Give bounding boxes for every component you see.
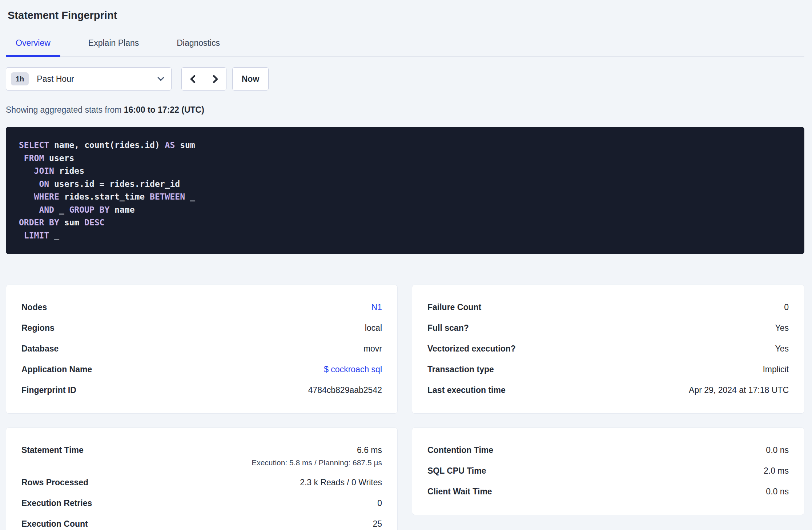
row-value: local xyxy=(365,323,382,333)
time-interval-label: Past Hour xyxy=(37,74,74,84)
time-controls: 1h Past Hour Now xyxy=(6,67,804,91)
row-value-wrap: movr xyxy=(363,343,382,355)
row-value: 2.0 ms xyxy=(764,466,789,475)
row-client-wait-time: Client Wait Time0.0 ns xyxy=(427,482,789,502)
tab-overview[interactable]: Overview xyxy=(6,38,60,56)
row-label: SQL CPU Time xyxy=(427,465,486,476)
row-statement-time: Statement Time6.6 msExecution: 5.8 ms / … xyxy=(21,440,382,473)
row-value: 0.0 ns xyxy=(766,445,789,455)
sql-keyword: ON xyxy=(39,179,49,189)
sql-text: name xyxy=(109,205,134,214)
sql-text: rides xyxy=(54,166,84,176)
sql-keyword: SELECT xyxy=(19,140,49,150)
sql-keyword: LIMIT xyxy=(24,231,49,240)
sql-text xyxy=(19,205,39,214)
row-value: movr xyxy=(363,344,382,353)
sql-keyword: AND xyxy=(39,205,54,214)
row-value-wrap: Yes xyxy=(775,322,789,334)
sql-keyword: DESC xyxy=(84,218,104,227)
row-value-link[interactable]: $ cockroach sql xyxy=(324,365,382,374)
row-value: 0.0 ns xyxy=(766,487,789,496)
row-label: Execution Retries xyxy=(21,498,92,509)
row-label: Nodes xyxy=(21,302,47,313)
row-value: 0 xyxy=(784,302,789,312)
summary-cards: NodesN1RegionslocalDatabasemovrApplicati… xyxy=(6,285,804,530)
row-value: Yes xyxy=(775,323,789,333)
row-fingerprint-id: Fingerprint ID4784cb829aab2542 xyxy=(21,380,382,401)
next-time-button[interactable] xyxy=(204,68,226,90)
row-value: Implicit xyxy=(763,365,789,374)
sql-text: sum xyxy=(59,218,84,227)
row-value-wrap: N1 xyxy=(371,302,382,314)
sql-line: ON users.id = rides.rider_id xyxy=(19,178,791,191)
row-failure-count: Failure Count0 xyxy=(427,297,789,318)
row-value: Apr 29, 2024 at 17:18 UTC xyxy=(689,385,789,395)
sql-text: users.id = rides.rider_id xyxy=(49,179,180,189)
prev-time-button[interactable] xyxy=(182,68,204,90)
statement-times-card: Statement Time6.6 msExecution: 5.8 ms / … xyxy=(6,427,398,530)
row-rows-processed: Rows Processed2.3 k Reads / 0 Writes xyxy=(21,473,382,493)
sql-text: _ xyxy=(49,231,59,240)
sql-line: FROM users xyxy=(19,152,791,165)
sql-text: users xyxy=(44,153,74,163)
sql-keyword: WHERE xyxy=(34,192,59,201)
tab-explain-plans[interactable]: Explain Plans xyxy=(79,38,149,56)
chevron-down-icon xyxy=(157,74,164,81)
row-transaction-type: Transaction typeImplicit xyxy=(427,360,789,380)
row-label: Fingerprint ID xyxy=(21,385,76,396)
row-value-wrap: 0.0 ns xyxy=(766,486,789,498)
statement-details-card: NodesN1RegionslocalDatabasemovrApplicati… xyxy=(6,285,398,414)
row-value-wrap: 6.6 msExecution: 5.8 ms / Planning: 687.… xyxy=(252,445,382,468)
sql-line: ORDER BY sum DESC xyxy=(19,216,791,229)
row-full-scan: Full scan?Yes xyxy=(427,318,789,339)
row-value-wrap: 2.3 k Reads / 0 Writes xyxy=(300,477,382,489)
statement-fingerprint-page: Statement Fingerprint OverviewExplain Pl… xyxy=(0,0,812,530)
row-execution-count: Execution Count25 xyxy=(21,514,382,530)
sql-text: name, count(rides.id) xyxy=(49,140,165,150)
row-value-wrap: $ cockroach sql xyxy=(324,364,382,376)
row-value-wrap: 0 xyxy=(784,302,789,314)
row-label: Database xyxy=(21,343,59,354)
sql-text: _ xyxy=(185,192,195,201)
sql-line: LIMIT _ xyxy=(19,229,791,242)
row-value: 25 xyxy=(373,519,382,529)
time-nav-group xyxy=(181,67,226,91)
row-value-wrap: Yes xyxy=(775,343,789,355)
row-sql-cpu-time: SQL CPU Time2.0 ms xyxy=(427,461,789,482)
sql-keyword: BETWEEN xyxy=(150,192,185,201)
row-value-wrap: 2.0 ms xyxy=(764,465,789,477)
chevron-left-icon xyxy=(190,75,198,83)
row-value-wrap: local xyxy=(365,322,382,334)
row-database: Databasemovr xyxy=(21,339,382,360)
row-value-wrap: Implicit xyxy=(763,364,789,376)
sql-keyword: JOIN xyxy=(34,166,54,176)
sql-text xyxy=(19,166,34,176)
row-label: Rows Processed xyxy=(21,477,88,488)
row-label: Last execution time xyxy=(427,385,506,396)
now-button[interactable]: Now xyxy=(232,67,269,91)
sql-line: WHERE rides.start_time BETWEEN _ xyxy=(19,190,791,204)
sql-keyword: AS xyxy=(165,140,175,150)
sql-keyword: ORDER BY xyxy=(19,218,59,227)
sql-line: SELECT name, count(rides.id) AS sum xyxy=(19,139,791,152)
row-label: Contention Time xyxy=(427,445,493,455)
sql-text: rides.start_time xyxy=(59,192,150,201)
row-value: Yes xyxy=(775,344,789,353)
row-label: Failure Count xyxy=(427,302,481,313)
sql-line: JOIN rides xyxy=(19,165,791,178)
row-value-subtext: Execution: 5.8 ms / Planning: 687.5 µs xyxy=(252,457,382,468)
row-value-wrap: 0.0 ns xyxy=(766,445,789,457)
row-value-link[interactable]: N1 xyxy=(371,302,382,312)
time-interval-dropdown[interactable]: 1h Past Hour xyxy=(6,67,172,91)
tab-diagnostics[interactable]: Diagnostics xyxy=(167,38,230,56)
row-label: Regions xyxy=(21,322,55,333)
resource-times-card: Contention Time0.0 nsSQL CPU Time2.0 msC… xyxy=(412,427,804,515)
sql-text xyxy=(19,192,34,201)
row-label: Execution Count xyxy=(21,518,88,529)
row-value: 2.3 k Reads / 0 Writes xyxy=(300,478,382,487)
row-label: Statement Time xyxy=(21,445,84,455)
row-execution-retries: Execution Retries0 xyxy=(21,493,382,514)
row-value: 6.6 ms xyxy=(357,445,382,455)
row-vectorized-execution: Vectorized execution?Yes xyxy=(427,339,789,360)
sql-text xyxy=(19,179,39,189)
